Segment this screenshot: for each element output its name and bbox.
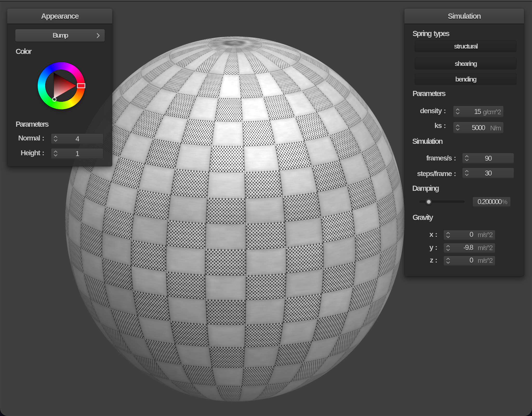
damping-valuebox[interactable]: 0.200000 % bbox=[473, 197, 511, 207]
structural-label: structural bbox=[454, 42, 477, 50]
color-label: Color bbox=[16, 48, 31, 55]
spinner-arrows-icon[interactable] bbox=[456, 108, 460, 115]
damping-value: 0.200000 bbox=[477, 198, 501, 205]
gravity-z-value: 0 bbox=[470, 257, 473, 264]
ks-spinbox[interactable]: 5000 N/m bbox=[453, 122, 504, 133]
structural-toggle-button[interactable]: structural bbox=[415, 40, 516, 52]
steps-spinbox[interactable]: 30 bbox=[462, 168, 514, 178]
height-label: Height : bbox=[7, 149, 44, 157]
simulation-header[interactable]: Simulation bbox=[404, 9, 524, 24]
spinner-arrows-icon[interactable] bbox=[446, 245, 450, 251]
gravity-z-spinbox[interactable]: 0 m/s^2 bbox=[443, 256, 495, 266]
appearance-title: Appearance bbox=[7, 12, 112, 20]
normal-spinbox[interactable]: 4 bbox=[51, 133, 103, 144]
simulation-title: Simulation bbox=[404, 12, 524, 20]
chevron-right-icon bbox=[96, 33, 100, 38]
sv-triangle[interactable] bbox=[38, 62, 85, 109]
spinner-arrows-icon[interactable] bbox=[446, 258, 450, 264]
density-unit: g/cm^2 bbox=[483, 109, 501, 115]
frames-value: 90 bbox=[462, 155, 514, 162]
frames-label: frames/s : bbox=[404, 155, 456, 162]
steps-label: steps/frame : bbox=[404, 170, 456, 177]
damping-slider-knob[interactable] bbox=[425, 199, 432, 205]
sim-simulation-label: Simulation bbox=[412, 138, 442, 145]
gl-viewport: Appearance Bump Color bbox=[0, 0, 532, 416]
normal-value: 4 bbox=[51, 136, 103, 143]
sim-parameters-label: Parameters bbox=[413, 90, 445, 97]
density-spinbox[interactable]: 15 g/cm^2 bbox=[453, 106, 504, 117]
gravity-y-unit: m/s^2 bbox=[478, 244, 492, 251]
color-wheel[interactable] bbox=[38, 62, 85, 109]
gravity-label: Gravity bbox=[413, 214, 433, 221]
spring-types-label: Spring types bbox=[413, 30, 449, 37]
gravity-x-unit: m/s^2 bbox=[478, 231, 492, 238]
density-label: density : bbox=[404, 107, 445, 115]
shearing-label: shearing bbox=[455, 60, 476, 68]
ks-label: ks : bbox=[404, 122, 445, 129]
simulation-panel: Simulation Spring types structural shear… bbox=[404, 9, 524, 276]
appearance-panel: Appearance Bump Color bbox=[7, 9, 112, 166]
normal-label: Normal : bbox=[7, 135, 44, 142]
steps-value: 30 bbox=[462, 170, 514, 177]
density-value: 15 bbox=[474, 108, 481, 115]
spinner-arrows-icon[interactable] bbox=[456, 124, 460, 131]
height-value: 1 bbox=[51, 150, 103, 157]
gravity-y-spinbox[interactable]: -9.8 m/s^2 bbox=[443, 243, 495, 253]
gravity-z-unit: m/s^2 bbox=[478, 257, 492, 264]
bump-popup-button[interactable]: Bump bbox=[15, 29, 105, 42]
bending-label: bending bbox=[455, 75, 476, 83]
window-top-edge-line bbox=[0, 1, 532, 2]
gravity-x-spinbox[interactable]: 0 m/s^2 bbox=[443, 230, 495, 240]
gravity-x-value: 0 bbox=[470, 231, 473, 238]
frames-spinbox[interactable]: 90 bbox=[462, 153, 514, 163]
gravity-z-label: z : bbox=[404, 257, 437, 264]
ks-unit: N/m bbox=[490, 125, 501, 131]
ks-value: 5000 bbox=[472, 124, 485, 131]
hue-marker[interactable] bbox=[77, 84, 85, 88]
height-spinbox[interactable]: 1 bbox=[51, 148, 103, 159]
gravity-x-label: x : bbox=[404, 231, 437, 238]
damping-label: Damping bbox=[412, 185, 438, 192]
gravity-y-label: y : bbox=[404, 244, 437, 251]
appearance-header[interactable]: Appearance bbox=[7, 9, 112, 24]
bump-button-label: Bump bbox=[53, 31, 68, 39]
damping-unit: % bbox=[502, 199, 507, 205]
shearing-toggle-button[interactable]: shearing bbox=[415, 58, 516, 70]
bending-toggle-button[interactable]: bending bbox=[415, 73, 516, 85]
appearance-parameters-label: Parameters bbox=[16, 120, 48, 128]
gravity-y-value: -9.8 bbox=[463, 244, 473, 251]
spinner-arrows-icon[interactable] bbox=[446, 232, 450, 238]
